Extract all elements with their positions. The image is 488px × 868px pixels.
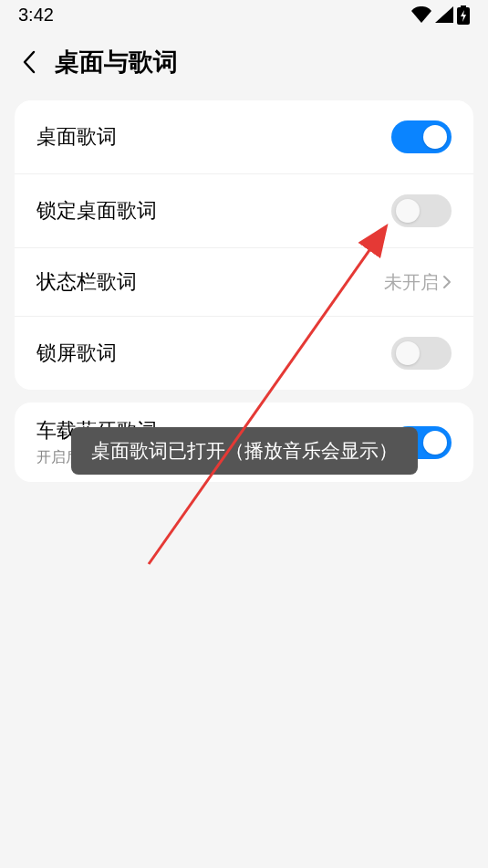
back-button[interactable] (15, 47, 44, 77)
svg-rect-0 (461, 5, 466, 7)
setting-value: 未开启 (384, 270, 439, 295)
battery-icon (457, 5, 470, 25)
setting-label: 锁屏歌词 (36, 340, 117, 367)
toggle-desktop-lyrics[interactable] (391, 120, 452, 153)
header: 桌面与歌词 (0, 29, 488, 100)
signal-icon (435, 6, 453, 23)
toast-message: 桌面歌词已打开（播放音乐会显示） (71, 427, 418, 475)
setting-lockscreen-lyrics[interactable]: 锁屏歌词 (15, 317, 473, 390)
setting-value-container: 未开启 (384, 270, 452, 295)
toggle-knob (423, 431, 447, 455)
setting-lock-desktop-lyrics[interactable]: 锁定桌面歌词 (15, 174, 473, 248)
chevron-right-icon (442, 275, 452, 289)
setting-label: 状态栏歌词 (36, 268, 137, 296)
setting-desktop-lyrics[interactable]: 桌面歌词 (15, 100, 473, 174)
setting-statusbar-lyrics[interactable]: 状态栏歌词 未开启 (15, 248, 473, 317)
toggle-lock-desktop-lyrics[interactable] (391, 194, 452, 227)
toggle-knob (396, 199, 420, 223)
status-time: 3:42 (18, 5, 54, 26)
status-bar: 3:42 (0, 0, 488, 29)
toggle-lockscreen-lyrics[interactable] (391, 337, 452, 370)
toggle-knob (396, 341, 420, 365)
page-title: 桌面与歌词 (55, 46, 178, 78)
wifi-icon (411, 6, 431, 23)
toggle-knob (423, 125, 447, 149)
setting-label: 桌面歌词 (36, 123, 117, 151)
settings-group-1: 桌面歌词 锁定桌面歌词 状态栏歌词 未开启 锁屏歌词 (15, 100, 473, 390)
chevron-left-icon (21, 50, 37, 74)
status-icons (411, 5, 470, 25)
setting-label: 锁定桌面歌词 (36, 197, 157, 225)
